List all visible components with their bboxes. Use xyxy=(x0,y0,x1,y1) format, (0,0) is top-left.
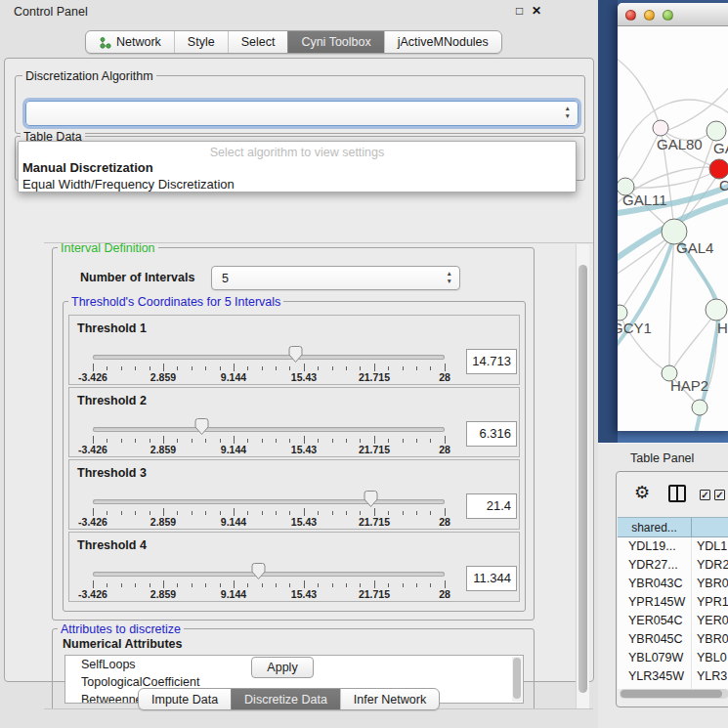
cell-name[interactable]: YPR1 xyxy=(692,593,728,612)
slider-tick-label: 9.144 xyxy=(221,371,246,383)
cell-shared-name[interactable]: YDL19... xyxy=(618,537,692,556)
algorithm-dropdown-popup: Select algorithm to view settings Manual… xyxy=(18,141,577,193)
threshold-value-field[interactable]: 11.344 xyxy=(466,566,517,591)
threshold-slider-track[interactable] xyxy=(93,355,445,360)
zoom-traffic-light-icon[interactable] xyxy=(663,10,673,21)
tab-cyni-toolbox[interactable]: Cyni Toolbox xyxy=(287,31,383,53)
apply-button[interactable]: Apply xyxy=(251,657,314,678)
cell-name[interactable]: YDR2 xyxy=(692,556,728,575)
threshold-slider-thumb[interactable] xyxy=(363,490,379,508)
table-row[interactable]: YDR27...YDR2 xyxy=(618,556,728,575)
threshold-slider-track[interactable] xyxy=(93,427,445,432)
table-horizontal-scrollbar[interactable] xyxy=(620,689,728,699)
threshold-slider-thumb[interactable] xyxy=(287,345,304,364)
table-row[interactable]: YDL19...YDL1 xyxy=(618,537,728,556)
network-tab-icon xyxy=(99,36,111,49)
threshold-slider-thumb[interactable] xyxy=(250,562,267,580)
cell-shared-name[interactable]: YBR045C xyxy=(618,630,692,649)
threshold-slider-track[interactable] xyxy=(93,499,445,504)
tab-select[interactable]: Select xyxy=(228,31,288,53)
tab-discretize-data[interactable]: Discretize Data xyxy=(231,689,340,709)
tab-style[interactable]: Style xyxy=(174,31,228,53)
network-node[interactable] xyxy=(692,400,707,415)
cell-shared-name[interactable]: YER054C xyxy=(618,612,692,630)
network-node[interactable] xyxy=(653,120,668,136)
thresholds-group: Threshold's Coordinates for 5 Intervals … xyxy=(63,301,526,612)
scrollbar-thumb[interactable] xyxy=(513,658,521,699)
network-node-label: GA xyxy=(713,140,728,156)
network-node[interactable] xyxy=(706,299,727,321)
close-traffic-light-icon[interactable] xyxy=(625,10,636,21)
tab-infer-network[interactable]: Infer Network xyxy=(340,689,439,709)
cell-shared-name[interactable]: YLR345W xyxy=(618,667,692,686)
tab-label: Cyni Toolbox xyxy=(301,35,370,49)
float-window-icon[interactable]: □ xyxy=(516,4,523,18)
slider-tick-label: 9.144 xyxy=(221,588,246,600)
tab-network[interactable]: Network xyxy=(86,31,174,53)
table-row[interactable]: YPR145WYPR1 xyxy=(618,593,728,612)
scrollbar-thumb[interactable] xyxy=(621,690,722,698)
network-node[interactable] xyxy=(709,159,728,179)
table-row[interactable]: YBR045CYBR0 xyxy=(618,630,728,649)
cell-name[interactable]: YBR0 xyxy=(692,630,728,649)
tab-jactivemnodules[interactable]: jActiveMNodules xyxy=(384,31,501,53)
threshold-slider-thumb[interactable] xyxy=(193,417,210,436)
number-of-intervals-label: Number of Intervals xyxy=(80,271,194,284)
threshold-label: Threshold 4 xyxy=(77,538,147,552)
threshold-value-field[interactable]: 6.316 xyxy=(466,421,517,447)
slider-tick-label: 2.859 xyxy=(150,371,176,383)
close-icon[interactable]: ✕ xyxy=(532,4,541,18)
checkbox-icon[interactable]: ✓ xyxy=(714,490,725,500)
threshold-slider-track[interactable] xyxy=(93,572,445,577)
tab-label: Network xyxy=(116,35,161,49)
gear-icon[interactable]: ⚙ xyxy=(634,482,650,503)
slider-tick-label: 21.715 xyxy=(359,516,390,528)
table-row[interactable]: YER054CYER0 xyxy=(618,612,728,630)
slider-tick-label: 28 xyxy=(439,516,450,528)
network-node-label: GAL11 xyxy=(622,192,667,208)
cell-shared-name[interactable]: YDR27... xyxy=(618,556,692,575)
cell-shared-name[interactable]: YBL079W xyxy=(618,649,692,667)
slider-tick-labels: -3.4262.8599.14415.4321.71528 xyxy=(69,588,519,600)
cell-name[interactable]: YLR3 xyxy=(692,667,727,686)
desktop-background: GAL80GACGAL11GAL4HGCY1HAP2 xyxy=(598,0,728,443)
slider-tick-label: 2.859 xyxy=(150,516,176,528)
dropdown-option-equal-width[interactable]: Equal Width/Frequency Discretization xyxy=(19,176,576,193)
slider-tick-label: 9.144 xyxy=(221,516,246,528)
network-canvas[interactable]: GAL80GACGAL11GAL4HGCY1HAP2 xyxy=(618,26,728,431)
slider-tick-labels: -3.4262.8599.14415.4321.71528 xyxy=(69,516,519,528)
threshold-value-field[interactable]: 21.4 xyxy=(466,493,517,519)
network-node[interactable] xyxy=(618,305,627,321)
threshold-value-field[interactable]: 14.713 xyxy=(466,349,517,374)
cell-name[interactable]: YDL1 xyxy=(692,537,727,556)
settings-vertical-scrollbar[interactable] xyxy=(576,244,589,709)
attributes-scrollbar[interactable] xyxy=(512,657,522,702)
tab-label: Select xyxy=(241,35,276,49)
column-header-shared-name[interactable]: shared... xyxy=(618,517,692,537)
group-title: Discretization Algorithm xyxy=(22,69,156,83)
cell-shared-name[interactable]: YBR043C xyxy=(618,575,692,593)
column-header-name[interactable]: name xyxy=(692,517,728,537)
threshold-cards: Threshold 1 -3.4262.8599.14415.4321.7152… xyxy=(68,315,520,606)
cell-name[interactable]: YER0 xyxy=(692,612,728,630)
scrollbar-thumb[interactable] xyxy=(578,265,587,693)
cell-shared-name[interactable]: YPR145W xyxy=(618,593,692,612)
checkbox-icon[interactable]: ✓ xyxy=(700,490,710,500)
network-window-titlebar[interactable] xyxy=(618,3,728,26)
minimize-traffic-light-icon[interactable] xyxy=(644,10,655,21)
network-node-label: GAL80 xyxy=(657,136,703,152)
cell-name[interactable]: YBL0 xyxy=(692,649,727,667)
network-node-label: H xyxy=(717,320,728,336)
table-row[interactable]: YBR043CYBR0 xyxy=(618,575,728,593)
number-of-intervals-combobox[interactable]: 5 ▲▼ xyxy=(211,266,460,290)
cell-name[interactable]: YBR0 xyxy=(692,575,728,593)
slider-tick-label: 15.43 xyxy=(291,588,317,600)
columns-icon[interactable] xyxy=(668,485,686,502)
table-row[interactable]: YLR345WYLR3 xyxy=(618,667,728,686)
tab-impute-data[interactable]: Impute Data xyxy=(139,689,231,709)
numerical-attributes-label: Numerical Attributes xyxy=(63,637,182,651)
dropdown-option-manual[interactable]: Manual Discretization xyxy=(19,159,576,176)
table-row[interactable]: YBL079WYBL0 xyxy=(618,649,728,667)
network-node[interactable] xyxy=(707,121,726,141)
algorithm-combobox[interactable]: ▲▼ xyxy=(25,101,578,126)
